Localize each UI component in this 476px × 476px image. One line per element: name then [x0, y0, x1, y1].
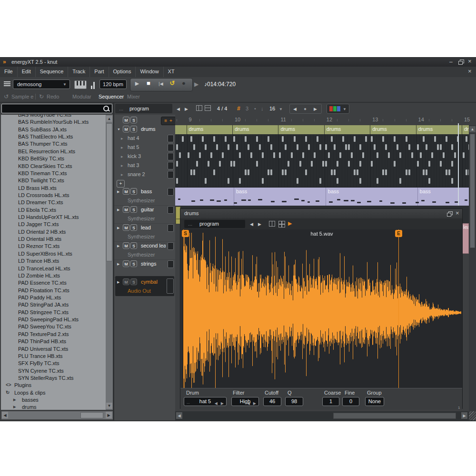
- solo-button[interactable]: S: [130, 242, 137, 249]
- tab-mixer[interactable]: Mixer: [127, 94, 140, 99]
- mute-button[interactable]: M: [123, 126, 129, 132]
- tab-modular[interactable]: Modular: [72, 94, 91, 99]
- mute-button[interactable]: M: [123, 188, 129, 195]
- pattern-slot[interactable]: [168, 144, 174, 151]
- solo-button[interactable]: S: [130, 260, 137, 267]
- pattern-slot[interactable]: [168, 135, 174, 142]
- expand-icon[interactable]: ▶: [117, 262, 119, 266]
- menu-xt[interactable]: XT: [163, 67, 179, 77]
- step-value[interactable]: 16: [269, 106, 275, 111]
- file-item[interactable]: LD Ebola TC.xts: [1, 207, 106, 214]
- file-item[interactable]: BAS Thumper TC.xts: [1, 140, 106, 148]
- menu-icon[interactable]: [4, 81, 10, 82]
- file-item[interactable]: LD Reznor TC.xts: [1, 243, 106, 250]
- file-item[interactable]: LD Oriental HB.xts: [1, 236, 106, 243]
- tree-item-drums[interactable]: ▶drums: [1, 404, 106, 410]
- nav-left-icon[interactable]: ◀: [293, 107, 297, 111]
- panel-divider[interactable]: [113, 103, 114, 420]
- file-item[interactable]: KBD Twilight TC.xts: [1, 177, 106, 184]
- solo-button[interactable]: S: [130, 278, 137, 285]
- arrow-down-icon[interactable]: ↓: [261, 106, 264, 111]
- menu-part[interactable]: Part: [89, 67, 108, 77]
- param-value-coarse[interactable]: 1: [322, 397, 339, 406]
- param-value-q[interactable]: 98: [285, 397, 303, 406]
- grid-view-icon[interactable]: [278, 221, 285, 227]
- track-name-lead[interactable]: lead: [141, 225, 166, 230]
- track-name-second-lead[interactable]: second lead: [141, 243, 166, 248]
- mute-button[interactable]: M: [123, 117, 129, 123]
- main-hscrollbar[interactable]: ◀ ▶: [175, 411, 469, 420]
- pattern-slot[interactable]: [168, 224, 174, 232]
- track-name-cymbal[interactable]: cymbal: [141, 279, 158, 285]
- file-item[interactable]: PAD Stringzee TC.xts: [1, 309, 106, 316]
- drums-clip[interactable]: drums: [187, 125, 233, 134]
- arrange-vscrollbar[interactable]: ▲ ▼: [469, 125, 476, 420]
- file-item[interactable]: PAD Essence TC.xts: [1, 279, 106, 287]
- expand-icon[interactable]: ▶: [117, 280, 119, 284]
- file-item[interactable]: LD TranceLead HL.xts: [1, 265, 106, 272]
- pattern-slot[interactable]: [168, 242, 174, 250]
- pattern-slot[interactable]: [168, 206, 174, 214]
- file-item[interactable]: KBD BellSky TC.xts: [1, 155, 106, 162]
- meter-icon[interactable]: [91, 80, 96, 89]
- grid-value[interactable]: 3: [246, 106, 248, 111]
- file-item[interactable]: PAD SweepingPad HL.xts: [1, 316, 106, 323]
- pattern-slot[interactable]: [168, 171, 174, 178]
- menu-file[interactable]: File: [0, 67, 17, 77]
- solo-button[interactable]: S: [130, 117, 137, 123]
- color-selector[interactable]: ▼: [327, 104, 349, 114]
- expand-icon[interactable]: ▶: [117, 208, 119, 212]
- mute-button[interactable]: M: [123, 224, 129, 231]
- drums-clip[interactable]: drums: [325, 125, 370, 134]
- menu-sequence[interactable]: Sequence: [35, 67, 68, 77]
- grid-icon[interactable]: #: [237, 105, 240, 112]
- file-item[interactable]: BAS ThatElectro HL.xts: [1, 133, 106, 140]
- step-up-icon[interactable]: ▶: [221, 399, 224, 407]
- file-item[interactable]: LD Jagger TC.xts: [1, 221, 106, 228]
- nav-right-icon[interactable]: ▶: [314, 107, 317, 111]
- param-value-cutoff[interactable]: 46: [263, 397, 281, 406]
- bass-track-row[interactable]: bassbassbass: [175, 188, 469, 206]
- track-name-bass[interactable]: bass: [141, 188, 166, 194]
- file-item[interactable]: SYN StellerRays TC.xts: [1, 375, 106, 382]
- lead-clip[interactable]: lea: [462, 223, 469, 254]
- next-icon[interactable]: ▶: [258, 222, 261, 227]
- record-button[interactable]: ●: [179, 79, 188, 87]
- browser-vscrollbar[interactable]: ▲ ▼: [106, 115, 113, 410]
- sampler-program-selector[interactable]: ... program: [184, 220, 245, 228]
- play-from-button[interactable]: ▶: [194, 81, 198, 88]
- expand-icon[interactable]: ▶: [121, 146, 123, 149]
- solo-button[interactable]: S: [130, 206, 137, 213]
- solo-button[interactable]: S: [130, 126, 137, 132]
- drums-clip[interactable]: drums: [278, 125, 324, 134]
- subtrack-hat-5[interactable]: hat 5: [128, 144, 139, 150]
- expand-icon[interactable]: ▶: [121, 137, 123, 140]
- nav-dot-icon[interactable]: ●: [304, 106, 307, 111]
- redo-icon[interactable]: ↻: [39, 93, 44, 100]
- track-name-drums[interactable]: drums: [141, 126, 156, 132]
- expand-icon[interactable]: ▶: [117, 226, 119, 230]
- subtrack-snare-2[interactable]: snare 2: [128, 171, 145, 177]
- prev-icon[interactable]: ◀: [250, 222, 253, 227]
- minimize-button[interactable]: –: [449, 60, 453, 64]
- file-item[interactable]: PAD StringPad JA.xts: [1, 301, 106, 308]
- drums-clip[interactable]: drums: [175, 125, 187, 134]
- pattern-slot[interactable]: [168, 162, 174, 169]
- split-view-icon[interactable]: [196, 105, 202, 111]
- step-down-icon[interactable]: ◀: [247, 399, 250, 407]
- mute-button[interactable]: M: [123, 260, 129, 267]
- expand-icon[interactable]: ▶: [117, 244, 119, 248]
- loop-button[interactable]: ↺: [168, 79, 177, 87]
- song-selector[interactable]: demosong ▼: [13, 79, 70, 89]
- dot-icon[interactable]: •: [254, 106, 256, 111]
- tree-item-loops-clips[interactable]: ↻Loops & clips: [1, 389, 106, 397]
- drums-clip[interactable]: drums: [462, 125, 469, 134]
- chevron-down-icon[interactable]: ▼: [279, 107, 283, 111]
- file-item[interactable]: BEL Resurrection HL.xts: [1, 148, 106, 155]
- solo-button[interactable]: S: [130, 224, 137, 231]
- file-item[interactable]: SYN Cyrene TC.xts: [1, 367, 106, 375]
- tree-item-plugins[interactable]: <>Plugins: [1, 382, 106, 389]
- menu-options[interactable]: Options: [109, 67, 136, 77]
- play-button[interactable]: ▶: [132, 80, 142, 87]
- file-item[interactable]: LD HandsUpForXT HL.xts: [1, 214, 106, 221]
